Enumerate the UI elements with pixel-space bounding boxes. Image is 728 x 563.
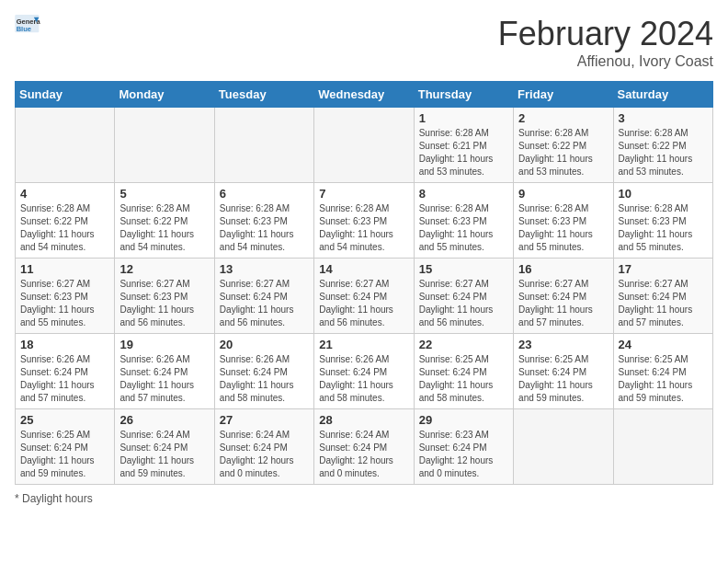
- day-info: Sunrise: 6:28 AMSunset: 6:22 PMDaylight:…: [119, 202, 209, 254]
- day-number: 21: [319, 338, 408, 351]
- calendar-cell: [115, 108, 214, 183]
- day-info: Sunrise: 6:23 AMSunset: 6:24 PMDaylight:…: [419, 429, 508, 480]
- header-saturday: Saturday: [613, 82, 712, 108]
- day-info: Sunrise: 6:25 AMSunset: 6:24 PMDaylight:…: [20, 429, 109, 480]
- svg-text:Blue: Blue: [17, 25, 31, 33]
- calendar-cell: 28Sunrise: 6:24 AMSunset: 6:24 PMDayligh…: [314, 409, 414, 485]
- logo-icon: General Blue: [15, 15, 40, 35]
- calendar-cell: 3Sunrise: 6:28 AMSunset: 6:22 PMDaylight…: [613, 108, 712, 183]
- day-number: 17: [619, 262, 708, 276]
- day-info: Sunrise: 6:27 AMSunset: 6:24 PMDaylight:…: [619, 278, 708, 329]
- day-number: 24: [619, 338, 708, 351]
- calendar-cell: 23Sunrise: 6:25 AMSunset: 6:24 PMDayligh…: [514, 334, 613, 409]
- day-info: Sunrise: 6:28 AMSunset: 6:23 PMDaylight:…: [319, 202, 408, 254]
- day-number: 27: [220, 413, 309, 427]
- calendar-cell: 9Sunrise: 6:28 AMSunset: 6:23 PMDaylight…: [514, 183, 613, 259]
- calendar-week-4: 18Sunrise: 6:26 AMSunset: 6:24 PMDayligh…: [16, 334, 713, 409]
- day-number: 3: [619, 111, 708, 125]
- day-number: 7: [319, 187, 408, 201]
- header-tuesday: Tuesday: [214, 82, 313, 108]
- calendar-cell: 29Sunrise: 6:23 AMSunset: 6:24 PMDayligh…: [414, 409, 513, 485]
- calendar-cell: 15Sunrise: 6:27 AMSunset: 6:24 PMDayligh…: [414, 259, 513, 334]
- calendar-cell: 19Sunrise: 6:26 AMSunset: 6:24 PMDayligh…: [115, 334, 214, 409]
- calendar-cell: 2Sunrise: 6:28 AMSunset: 6:22 PMDaylight…: [514, 108, 613, 183]
- day-number: 14: [319, 262, 408, 276]
- calendar-cell: 22Sunrise: 6:25 AMSunset: 6:24 PMDayligh…: [414, 334, 513, 409]
- day-info: Sunrise: 6:28 AMSunset: 6:23 PMDaylight:…: [419, 202, 508, 254]
- day-number: 5: [119, 187, 209, 201]
- days-header-row: Sunday Monday Tuesday Wednesday Thursday…: [16, 82, 713, 108]
- day-number: 15: [419, 262, 508, 276]
- day-number: 11: [20, 262, 109, 276]
- day-info: Sunrise: 6:27 AMSunset: 6:23 PMDaylight:…: [20, 278, 109, 329]
- day-info: Sunrise: 6:27 AMSunset: 6:23 PMDaylight:…: [119, 278, 209, 329]
- calendar-cell: 7Sunrise: 6:28 AMSunset: 6:23 PMDaylight…: [314, 183, 414, 259]
- day-info: Sunrise: 6:26 AMSunset: 6:24 PMDaylight:…: [20, 353, 109, 405]
- calendar-cell: 12Sunrise: 6:27 AMSunset: 6:23 PMDayligh…: [115, 259, 214, 334]
- header-wednesday: Wednesday: [314, 82, 414, 108]
- day-number: 22: [419, 338, 508, 351]
- header-thursday: Thursday: [414, 82, 513, 108]
- day-info: Sunrise: 6:25 AMSunset: 6:24 PMDaylight:…: [518, 353, 608, 405]
- day-info: Sunrise: 6:24 AMSunset: 6:24 PMDaylight:…: [319, 429, 408, 480]
- calendar-cell: [613, 409, 712, 485]
- day-number: 6: [220, 187, 309, 201]
- calendar-cell: 20Sunrise: 6:26 AMSunset: 6:24 PMDayligh…: [214, 334, 313, 409]
- day-info: Sunrise: 6:28 AMSunset: 6:22 PMDaylight:…: [518, 127, 608, 178]
- day-info: Sunrise: 6:28 AMSunset: 6:22 PMDaylight:…: [20, 202, 109, 254]
- calendar-week-3: 11Sunrise: 6:27 AMSunset: 6:23 PMDayligh…: [16, 259, 713, 334]
- header-friday: Friday: [514, 82, 613, 108]
- day-info: Sunrise: 6:28 AMSunset: 6:23 PMDaylight:…: [220, 202, 309, 254]
- footer-note: * Daylight hours: [15, 492, 713, 505]
- calendar-table: Sunday Monday Tuesday Wednesday Thursday…: [15, 81, 713, 485]
- calendar-cell: 4Sunrise: 6:28 AMSunset: 6:22 PMDaylight…: [16, 183, 115, 259]
- calendar-body: 1Sunrise: 6:28 AMSunset: 6:21 PMDaylight…: [16, 108, 713, 485]
- calendar-cell: 13Sunrise: 6:27 AMSunset: 6:24 PMDayligh…: [214, 259, 313, 334]
- calendar-subtitle: Affienou, Ivory Coast: [498, 53, 713, 70]
- day-number: 2: [518, 111, 608, 125]
- title-area: February 2024 Affienou, Ivory Coast: [498, 15, 713, 70]
- day-number: 19: [119, 338, 209, 351]
- header-monday: Monday: [115, 82, 214, 108]
- logo: General Blue: [15, 15, 40, 35]
- calendar-cell: 10Sunrise: 6:28 AMSunset: 6:23 PMDayligh…: [613, 183, 712, 259]
- day-info: Sunrise: 6:26 AMSunset: 6:24 PMDaylight:…: [119, 353, 209, 405]
- day-info: Sunrise: 6:28 AMSunset: 6:22 PMDaylight:…: [619, 127, 708, 178]
- calendar-cell: 16Sunrise: 6:27 AMSunset: 6:24 PMDayligh…: [514, 259, 613, 334]
- day-info: Sunrise: 6:24 AMSunset: 6:24 PMDaylight:…: [119, 429, 209, 480]
- day-number: 10: [619, 187, 708, 201]
- calendar-cell: 1Sunrise: 6:28 AMSunset: 6:21 PMDaylight…: [414, 108, 513, 183]
- day-info: Sunrise: 6:28 AMSunset: 6:23 PMDaylight:…: [619, 202, 708, 254]
- day-info: Sunrise: 6:27 AMSunset: 6:24 PMDaylight:…: [319, 278, 408, 329]
- calendar-cell: [514, 409, 613, 485]
- day-info: Sunrise: 6:26 AMSunset: 6:24 PMDaylight:…: [319, 353, 408, 405]
- calendar-cell: [16, 108, 115, 183]
- calendar-cell: 14Sunrise: 6:27 AMSunset: 6:24 PMDayligh…: [314, 259, 414, 334]
- day-number: 25: [20, 413, 109, 427]
- calendar-week-1: 1Sunrise: 6:28 AMSunset: 6:21 PMDaylight…: [16, 108, 713, 183]
- day-info: Sunrise: 6:27 AMSunset: 6:24 PMDaylight:…: [518, 278, 608, 329]
- day-info: Sunrise: 6:28 AMSunset: 6:23 PMDaylight:…: [518, 202, 608, 254]
- calendar-cell: 25Sunrise: 6:25 AMSunset: 6:24 PMDayligh…: [16, 409, 115, 485]
- day-number: 23: [518, 338, 608, 351]
- calendar-cell: 8Sunrise: 6:28 AMSunset: 6:23 PMDaylight…: [414, 183, 513, 259]
- day-info: Sunrise: 6:28 AMSunset: 6:21 PMDaylight:…: [419, 127, 508, 178]
- calendar-cell: 17Sunrise: 6:27 AMSunset: 6:24 PMDayligh…: [613, 259, 712, 334]
- header-sunday: Sunday: [16, 82, 115, 108]
- day-number: 8: [419, 187, 508, 201]
- day-number: 28: [319, 413, 408, 427]
- day-number: 26: [119, 413, 209, 427]
- header: General Blue February 2024 Affienou, Ivo…: [15, 15, 713, 70]
- calendar-cell: [214, 108, 313, 183]
- day-number: 13: [220, 262, 309, 276]
- day-number: 4: [20, 187, 109, 201]
- calendar-title: February 2024: [498, 15, 713, 53]
- day-number: 1: [419, 111, 508, 125]
- day-info: Sunrise: 6:27 AMSunset: 6:24 PMDaylight:…: [419, 278, 508, 329]
- calendar-week-2: 4Sunrise: 6:28 AMSunset: 6:22 PMDaylight…: [16, 183, 713, 259]
- calendar-cell: 6Sunrise: 6:28 AMSunset: 6:23 PMDaylight…: [214, 183, 313, 259]
- calendar-cell: 21Sunrise: 6:26 AMSunset: 6:24 PMDayligh…: [314, 334, 414, 409]
- day-info: Sunrise: 6:25 AMSunset: 6:24 PMDaylight:…: [419, 353, 508, 405]
- day-number: 9: [518, 187, 608, 201]
- day-info: Sunrise: 6:25 AMSunset: 6:24 PMDaylight:…: [619, 353, 708, 405]
